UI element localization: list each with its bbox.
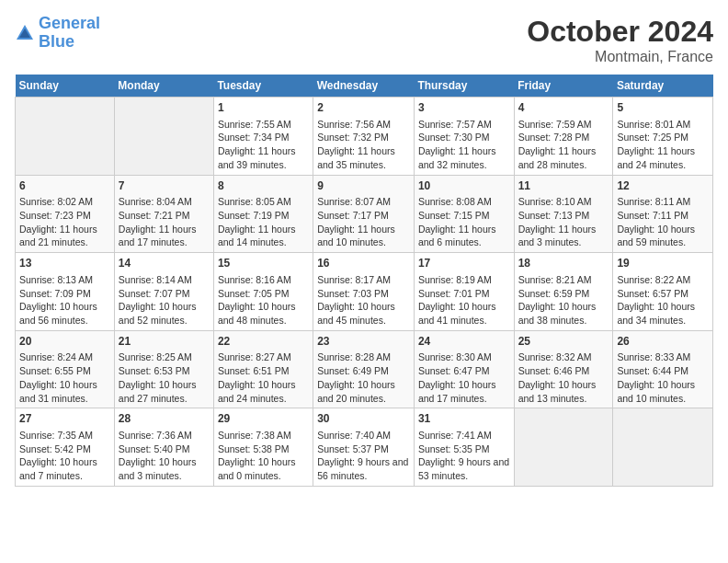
- day-number: 6: [19, 178, 110, 194]
- daylight: Daylight: 10 hours and 38 minutes.: [518, 300, 609, 327]
- daylight: Daylight: 11 hours and 24 minutes.: [617, 144, 709, 171]
- sunrise: Sunrise: 8:16 AM: [218, 273, 309, 287]
- week-row-1: 1 Sunrise: 7:55 AM Sunset: 7:34 PM Dayli…: [16, 98, 713, 176]
- col-thursday: Thursday: [414, 75, 514, 98]
- day-cell: 3 Sunrise: 7:57 AM Sunset: 7:30 PM Dayli…: [414, 98, 514, 176]
- day-number: 29: [218, 411, 309, 427]
- day-number: 26: [617, 334, 709, 350]
- day-number: 17: [418, 256, 510, 271]
- day-number: 24: [418, 334, 510, 350]
- sunrise: Sunrise: 8:27 AM: [218, 350, 309, 364]
- daylight: Daylight: 10 hours and 59 minutes.: [617, 223, 709, 249]
- col-saturday: Saturday: [613, 75, 713, 98]
- sunset: Sunset: 7:01 PM: [418, 287, 510, 301]
- page-header: General Blue October 2024 Montmain, Fran…: [15, 15, 713, 65]
- sunrise: Sunrise: 8:04 AM: [119, 195, 210, 209]
- daylight: Daylight: 11 hours and 6 minutes.: [418, 223, 510, 249]
- sunrise: Sunrise: 7:40 AM: [317, 429, 410, 442]
- calendar-table: Sunday Monday Tuesday Wednesday Thursday…: [15, 75, 713, 487]
- daylight: Daylight: 10 hours and 52 minutes.: [119, 300, 210, 327]
- day-cell: 19 Sunrise: 8:22 AM Sunset: 6:57 PM Dayl…: [613, 253, 713, 331]
- sunset: Sunset: 7:30 PM: [418, 131, 510, 144]
- daylight: Daylight: 10 hours and 34 minutes.: [617, 300, 709, 327]
- daylight: Daylight: 10 hours and 56 minutes.: [19, 300, 110, 327]
- daylight: Daylight: 10 hours and 31 minutes.: [19, 378, 110, 405]
- day-cell: [16, 98, 115, 176]
- daylight: Daylight: 10 hours and 27 minutes.: [119, 378, 210, 405]
- day-cell: 15 Sunrise: 8:16 AM Sunset: 7:05 PM Dayl…: [213, 253, 313, 331]
- day-cell: 6 Sunrise: 8:02 AM Sunset: 7:23 PM Dayli…: [16, 175, 115, 253]
- sunrise: Sunrise: 8:33 AM: [617, 350, 709, 364]
- sunrise: Sunrise: 8:19 AM: [418, 273, 510, 287]
- sunrise: Sunrise: 8:05 AM: [218, 195, 309, 209]
- daylight: Daylight: 10 hours and 7 minutes.: [19, 455, 110, 482]
- logo-icon: [15, 23, 35, 43]
- location: Montmain, France: [527, 49, 713, 65]
- day-number: 3: [418, 100, 510, 116]
- daylight: Daylight: 10 hours and 48 minutes.: [218, 300, 309, 327]
- sunset: Sunset: 7:32 PM: [317, 131, 410, 144]
- day-number: 30: [317, 411, 410, 427]
- daylight: Daylight: 11 hours and 32 minutes.: [418, 144, 510, 171]
- day-number: 19: [617, 256, 709, 271]
- day-number: 2: [317, 100, 410, 116]
- day-number: 11: [518, 178, 609, 194]
- daylight: Daylight: 11 hours and 17 minutes.: [119, 223, 210, 249]
- daylight: Daylight: 11 hours and 10 minutes.: [317, 223, 410, 249]
- sunset: Sunset: 7:15 PM: [418, 209, 510, 223]
- day-number: 4: [518, 100, 609, 116]
- logo-text: General Blue: [39, 15, 100, 52]
- day-cell: 22 Sunrise: 8:27 AM Sunset: 6:51 PM Dayl…: [213, 330, 313, 408]
- sunrise: Sunrise: 8:02 AM: [19, 195, 110, 209]
- daylight: Daylight: 11 hours and 3 minutes.: [518, 223, 609, 249]
- sunrise: Sunrise: 8:11 AM: [617, 195, 709, 209]
- sunset: Sunset: 7:34 PM: [218, 131, 309, 144]
- day-cell: 31 Sunrise: 7:41 AM Sunset: 5:35 PM Dayl…: [414, 408, 514, 487]
- day-number: 23: [317, 334, 410, 350]
- sunrise: Sunrise: 7:57 AM: [418, 118, 510, 132]
- sunset: Sunset: 5:37 PM: [317, 442, 410, 456]
- sunset: Sunset: 7:23 PM: [19, 209, 110, 223]
- sunset: Sunset: 5:35 PM: [418, 442, 510, 456]
- week-row-3: 13 Sunrise: 8:13 AM Sunset: 7:09 PM Dayl…: [16, 253, 713, 331]
- sunrise: Sunrise: 7:55 AM: [218, 118, 309, 132]
- day-cell: [114, 98, 213, 176]
- sunrise: Sunrise: 8:32 AM: [518, 350, 609, 364]
- day-cell: 13 Sunrise: 8:13 AM Sunset: 7:09 PM Dayl…: [16, 253, 115, 331]
- day-number: 31: [418, 411, 510, 427]
- day-number: 21: [119, 334, 210, 350]
- sunrise: Sunrise: 7:56 AM: [317, 118, 410, 132]
- day-cell: 11 Sunrise: 8:10 AM Sunset: 7:13 PM Dayl…: [514, 175, 613, 253]
- daylight: Daylight: 11 hours and 39 minutes.: [218, 144, 309, 171]
- daylight: Daylight: 10 hours and 41 minutes.: [418, 300, 510, 327]
- sunrise: Sunrise: 8:01 AM: [617, 118, 709, 132]
- sunrise: Sunrise: 8:30 AM: [418, 350, 510, 364]
- sunset: Sunset: 6:44 PM: [617, 364, 709, 378]
- col-tuesday: Tuesday: [213, 75, 313, 98]
- day-number: 27: [19, 411, 110, 427]
- week-row-4: 20 Sunrise: 8:24 AM Sunset: 6:55 PM Dayl…: [16, 330, 713, 408]
- day-number: 14: [119, 256, 210, 271]
- sunset: Sunset: 5:38 PM: [218, 442, 309, 456]
- day-cell: 7 Sunrise: 8:04 AM Sunset: 7:21 PM Dayli…: [114, 175, 213, 253]
- day-number: 5: [617, 100, 709, 116]
- day-cell: 28 Sunrise: 7:36 AM Sunset: 5:40 PM Dayl…: [114, 408, 213, 487]
- sunset: Sunset: 7:09 PM: [19, 287, 110, 301]
- sunrise: Sunrise: 8:25 AM: [119, 350, 210, 364]
- sunset: Sunset: 7:28 PM: [518, 131, 609, 144]
- day-cell: 29 Sunrise: 7:38 AM Sunset: 5:38 PM Dayl…: [213, 408, 313, 487]
- daylight: Daylight: 11 hours and 21 minutes.: [19, 223, 110, 249]
- sunrise: Sunrise: 8:07 AM: [317, 195, 410, 209]
- sunrise: Sunrise: 8:21 AM: [518, 273, 609, 287]
- day-number: 25: [518, 334, 609, 350]
- day-cell: 30 Sunrise: 7:40 AM Sunset: 5:37 PM Dayl…: [313, 408, 415, 487]
- sunset: Sunset: 6:53 PM: [119, 364, 210, 378]
- sunrise: Sunrise: 8:28 AM: [317, 350, 410, 364]
- day-number: 12: [617, 178, 709, 194]
- title-block: October 2024 Montmain, France: [527, 15, 713, 65]
- daylight: Daylight: 11 hours and 35 minutes.: [317, 144, 410, 171]
- sunset: Sunset: 7:21 PM: [119, 209, 210, 223]
- sunrise: Sunrise: 8:10 AM: [518, 195, 609, 209]
- day-cell: 4 Sunrise: 7:59 AM Sunset: 7:28 PM Dayli…: [514, 98, 613, 176]
- sunset: Sunset: 7:17 PM: [317, 209, 410, 223]
